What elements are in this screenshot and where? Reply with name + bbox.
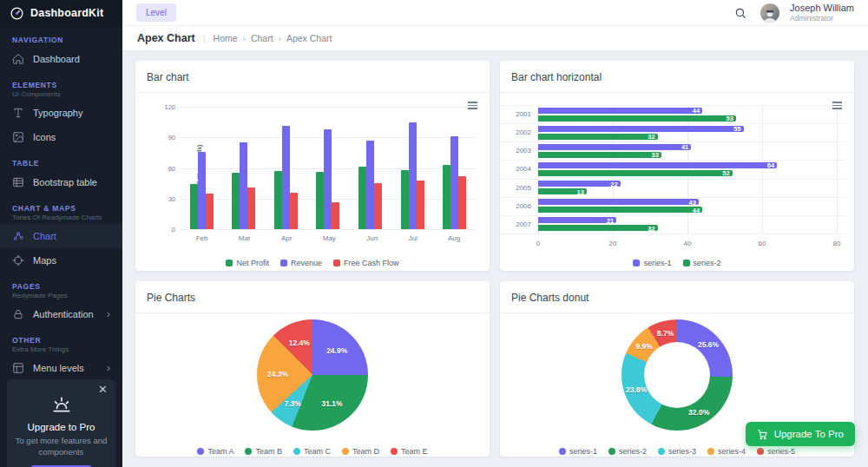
bar-revenue-may	[324, 129, 332, 229]
sidebar-item-label: Bootstrap table	[33, 177, 97, 187]
chevron-right-icon: ›	[107, 364, 110, 372]
home-icon	[12, 53, 24, 65]
content: Bar chart 1209060300$ (thousands)FebMarA…	[122, 51, 868, 467]
legend-item-revenue[interactable]: Revenue	[280, 259, 322, 267]
bar-net-profit-may	[316, 172, 324, 229]
breadcrumb-link-home[interactable]: Home	[214, 33, 238, 43]
level-button[interactable]: Level	[136, 3, 176, 22]
user-info[interactable]: Joseph William Administrator	[790, 3, 854, 23]
nav-section-caption: NAVIGATION	[0, 26, 122, 47]
x-axis-tick-label: 20	[609, 240, 617, 247]
sidebar-item-maps[interactable]: Maps	[0, 248, 122, 273]
legend-item-series-5[interactable]: series-5	[757, 447, 795, 456]
slice-value-label-series-5: 8.7%	[657, 329, 674, 338]
legend-item-team-a[interactable]: Team A	[197, 447, 233, 456]
legend-item-team-e[interactable]: Team E	[391, 447, 428, 456]
legend-marker	[197, 448, 204, 455]
user-name: Joseph William	[790, 3, 854, 13]
x-axis-tick-label: Jul	[408, 234, 417, 242]
sidebar-item-authentication[interactable]: Authentication›	[0, 302, 122, 326]
y-axis-tick-label: 2001	[516, 110, 531, 118]
bar-free-cash-flow-jul	[417, 181, 424, 229]
bar-series-1-2006: 43	[538, 199, 699, 205]
y-axis-tick-label: 2004	[516, 165, 531, 173]
legend-item-net-profit[interactable]: Net Profit	[226, 259, 269, 267]
legend-item-series-4[interactable]: series-4	[707, 447, 746, 456]
sidebar-item-label: Dashboard	[33, 54, 80, 64]
sidebar-item-menu-levels[interactable]: Menu levels›	[0, 356, 122, 380]
legend-label: Team A	[207, 447, 233, 456]
sidebar-item-typography[interactable]: Typography	[0, 101, 122, 125]
pie-graphic[interactable]: 24.9%31.1%7.3%24.3%12.4%	[257, 319, 368, 431]
legend-item-team-c[interactable]: Team C	[293, 447, 331, 456]
chart-legend: series-1series-2series-3series-4series-5	[500, 447, 854, 456]
bar-chart-horizontal: 0204060802001445320025532200341332004645…	[500, 93, 854, 275]
bar-series-2-2003: 33	[538, 152, 661, 158]
slice-value-label-team-d: 24.3%	[267, 370, 288, 378]
legend-marker	[280, 260, 287, 266]
y-axis-tick-label: 30	[153, 195, 175, 203]
legend-label: series-4	[718, 447, 746, 456]
bar-value-label: 53	[727, 115, 733, 122]
gridline	[500, 234, 845, 234]
search-icon[interactable]	[734, 7, 746, 19]
legend-item-free-cash-flow[interactable]: Free Cash Flow	[333, 259, 399, 267]
breadcrumb-links: Home›Chart›Apex Chart	[214, 33, 332, 43]
legend-item-series-1[interactable]: series-1	[633, 259, 671, 267]
brand-name: DashboardKit	[30, 7, 103, 19]
donut-graphic[interactable]: 25.6%32.0%23.8%9.9%8.7%	[621, 319, 733, 431]
legend-label: Free Cash Flow	[344, 259, 399, 267]
legend-label: Net Profit	[236, 259, 269, 267]
x-axis-tick-label: Mar	[239, 234, 251, 242]
nav-section-caption: OTHER	[0, 326, 122, 347]
legend-label: series-5	[767, 447, 795, 456]
bar-revenue-jul	[409, 122, 417, 229]
nav-section-caption: CHART & MAPS	[0, 194, 122, 215]
bar-group-aug	[443, 107, 466, 229]
bar-free-cash-flow-jun	[374, 183, 382, 229]
legend-item-team-d[interactable]: Team D	[342, 447, 379, 456]
sidebar-item-bootstrap-table[interactable]: Bootstrap table	[0, 170, 122, 194]
legend-marker	[391, 448, 398, 455]
legend-marker	[757, 448, 764, 455]
user-avatar-image[interactable]	[760, 3, 779, 23]
bar-revenue-feb	[198, 152, 206, 229]
breadcrumb-link-apex-chart[interactable]: Apex Chart	[286, 33, 332, 43]
maps-icon	[12, 254, 24, 266]
legend-marker	[633, 260, 640, 266]
brand[interactable]: DashboardKit	[0, 0, 122, 26]
bar-series-1-2002: 55	[538, 126, 744, 132]
x-axis-tick-label: 80	[833, 240, 841, 247]
y-axis-tick-label: 2007	[516, 220, 531, 228]
chart-menu-icon[interactable]	[468, 100, 477, 111]
legend-item-series-2[interactable]: series-2	[608, 447, 647, 456]
chart-menu-icon[interactable]	[832, 100, 842, 111]
legend-marker	[293, 448, 300, 455]
bar-free-cash-flow-feb	[206, 194, 214, 229]
legend-item-series-3[interactable]: series-3	[658, 447, 696, 456]
legend-item-team-b[interactable]: Team B	[245, 447, 282, 456]
legend-item-series-1[interactable]: series-1	[559, 447, 597, 456]
app-root: DashboardKit NAVIGATIONDashboardELEMENTS…	[0, 0, 868, 467]
legend-item-series-2[interactable]: series-2	[683, 259, 721, 267]
close-icon[interactable]: ✕	[98, 384, 108, 395]
legend-marker	[658, 448, 665, 455]
sidebar-item-dashboard[interactable]: Dashboard	[0, 47, 122, 71]
upgrade-to-pro-button[interactable]: Upgrade To Pro	[746, 422, 855, 446]
sidebar-item-icons[interactable]: Icons	[0, 125, 122, 149]
legend-marker	[559, 448, 566, 455]
upgrade-to-pro-label: Upgrade To Pro	[774, 429, 844, 439]
bar-free-cash-flow-apr	[290, 193, 298, 229]
sidebar: DashboardKit NAVIGATIONDashboardELEMENTS…	[0, 0, 122, 467]
y-axis-tick-label: 2003	[516, 147, 531, 155]
chevron-right-icon: ›	[107, 310, 110, 319]
slice-value-label-team-e: 12.4%	[289, 339, 310, 347]
dashboardkit-logo-icon	[10, 6, 24, 21]
sidebar-item-chart[interactable]: Chart	[0, 224, 122, 248]
x-axis-tick-label: 40	[684, 240, 692, 247]
breadcrumb-link-chart[interactable]: Chart	[251, 33, 273, 43]
nav-section-subtitle: Extra More Things	[0, 345, 122, 356]
legend-label: series-1	[569, 447, 597, 456]
bar-group-feb	[190, 107, 214, 229]
x-axis-tick-label: Apr	[281, 234, 292, 242]
